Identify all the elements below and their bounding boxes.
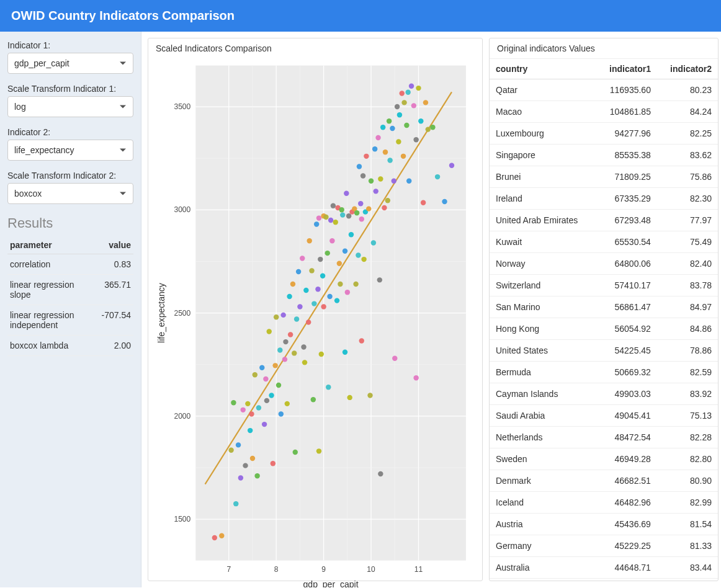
svg-point-74 xyxy=(320,273,325,278)
svg-point-40 xyxy=(267,329,272,334)
svg-point-138 xyxy=(413,137,418,142)
cell-indicator1: 57410.17 xyxy=(596,275,657,296)
svg-point-34 xyxy=(254,473,259,478)
indicator1-select[interactable]: gdp_per_capit xyxy=(7,53,133,74)
svg-point-20 xyxy=(212,535,217,540)
transform2-select-wrap[interactable]: boxcox xyxy=(7,183,133,204)
svg-text:10: 10 xyxy=(367,565,375,574)
table-row: Macao104861.8584.24 xyxy=(490,101,718,123)
svg-point-140 xyxy=(418,118,423,123)
cell-indicator1: 49903.03 xyxy=(596,383,657,405)
svg-point-109 xyxy=(366,206,371,211)
svg-point-142 xyxy=(423,100,428,105)
results-cell-value: 365.71 xyxy=(99,275,133,305)
svg-point-56 xyxy=(293,450,298,455)
svg-point-21 xyxy=(219,533,224,538)
cell-indicator1: 67335.29 xyxy=(596,188,657,210)
cell-indicator1: 49045.41 xyxy=(596,405,657,427)
cell-indicator2: 82.30 xyxy=(657,188,718,210)
svg-point-113 xyxy=(372,146,377,151)
svg-point-65 xyxy=(307,238,311,243)
cell-country: Brunei xyxy=(490,166,596,188)
table-row: Ireland67335.2982.30 xyxy=(490,188,718,210)
transform2-label: Scale Transform Indicator 2: xyxy=(7,171,133,180)
cell-indicator1: 67293.48 xyxy=(596,210,657,231)
svg-point-61 xyxy=(301,344,306,349)
indicator1-select-wrap[interactable]: gdp_per_capit xyxy=(7,53,133,74)
indicator2-select[interactable]: life_expectancy xyxy=(7,140,133,161)
svg-point-94 xyxy=(346,213,351,218)
transform2-select[interactable]: boxcox xyxy=(7,183,133,204)
cell-country: Qatar xyxy=(490,79,596,101)
svg-point-79 xyxy=(326,385,331,390)
svg-point-28 xyxy=(243,463,248,468)
transform1-select-wrap[interactable]: log xyxy=(7,96,133,117)
table-row: Netherlands48472.5482.28 xyxy=(490,427,718,448)
cell-indicator1: 54225.45 xyxy=(596,340,657,362)
svg-text:2500: 2500 xyxy=(174,309,190,318)
svg-point-33 xyxy=(253,372,258,377)
sidebar: Indicator 1: gdp_per_capit Scale Transfo… xyxy=(0,32,141,587)
svg-point-149 xyxy=(378,471,383,476)
svg-point-122 xyxy=(387,118,392,123)
svg-text:1500: 1500 xyxy=(174,515,190,523)
cell-indicator1: 48472.54 xyxy=(596,427,657,448)
svg-point-44 xyxy=(274,314,279,319)
results-cell-value: 0.83 xyxy=(99,254,133,275)
cell-indicator2: 82.43 xyxy=(657,579,718,581)
svg-point-121 xyxy=(385,198,390,203)
indicator2-select-wrap[interactable]: life_expectancy xyxy=(7,140,133,161)
svg-point-112 xyxy=(371,240,376,245)
cell-country: Kuwait xyxy=(490,231,596,253)
cell-indicator1: 45436.69 xyxy=(596,514,657,535)
cell-country: Germany xyxy=(490,535,596,557)
cell-indicator2: 82.59 xyxy=(657,362,718,383)
results-col-value: value xyxy=(99,236,133,254)
data-scroll[interactable]: country indicator1 indicator2 Qatar11693… xyxy=(490,58,718,581)
main-layout: Indicator 1: gdp_per_capit Scale Transfo… xyxy=(0,32,721,587)
svg-point-151 xyxy=(343,350,347,355)
svg-text:3500: 3500 xyxy=(174,102,190,111)
svg-point-99 xyxy=(353,282,358,287)
svg-point-130 xyxy=(400,91,405,96)
svg-point-108 xyxy=(364,154,369,159)
svg-point-78 xyxy=(325,251,330,256)
cell-indicator2: 80.90 xyxy=(657,470,718,492)
cell-country: Austria xyxy=(490,514,596,535)
cell-indicator2: 82.40 xyxy=(657,253,718,275)
svg-point-38 xyxy=(263,376,268,381)
chart-body: 789101115002000250030003500gdp_per_capit… xyxy=(148,58,482,587)
data-col-indicator1: indicator1 xyxy=(596,59,657,79)
svg-point-116 xyxy=(377,277,382,282)
results-row: linear regression slope365.71 xyxy=(7,275,133,305)
svg-point-81 xyxy=(328,218,333,223)
cell-indicator1: 45229.25 xyxy=(596,535,657,557)
results-row: linear regression independent-707.54 xyxy=(7,305,133,336)
svg-point-137 xyxy=(411,103,416,108)
cell-indicator2: 82.25 xyxy=(657,123,718,145)
svg-point-42 xyxy=(271,461,275,466)
cell-indicator2: 84.97 xyxy=(657,296,718,318)
transform1-select[interactable]: log xyxy=(7,96,133,117)
cell-indicator1: 104861.85 xyxy=(596,101,657,123)
table-row: Qatar116935.6080.23 xyxy=(490,79,718,101)
svg-point-126 xyxy=(392,356,397,361)
svg-point-152 xyxy=(359,338,364,343)
svg-point-106 xyxy=(361,257,366,262)
svg-text:life_expectancy: life_expectancy xyxy=(156,283,166,343)
svg-point-105 xyxy=(361,173,365,178)
cell-country: United States xyxy=(490,340,596,362)
svg-point-141 xyxy=(421,200,426,205)
svg-point-53 xyxy=(288,332,293,337)
svg-point-68 xyxy=(311,301,316,306)
svg-point-83 xyxy=(331,203,336,208)
svg-point-29 xyxy=(245,401,250,406)
svg-point-62 xyxy=(302,360,307,365)
cell-indicator1: 64800.06 xyxy=(596,253,657,275)
svg-point-144 xyxy=(430,125,435,130)
svg-point-46 xyxy=(277,347,282,352)
table-row: Saudi Arabia49045.4175.13 xyxy=(490,405,718,427)
cell-indicator1: 116935.60 xyxy=(596,79,657,101)
svg-point-111 xyxy=(369,179,374,184)
cell-country: Australia xyxy=(490,557,596,579)
